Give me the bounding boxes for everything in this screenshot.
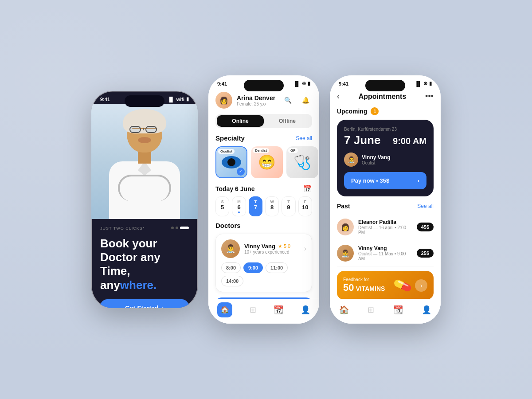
appointment-datetime: 7 June 9:00 AM <box>344 133 426 147</box>
doctor-name: Vinny Vang <box>244 243 275 250</box>
feedback-banner[interactable]: Feedback for 50 VITAMINS 💊 › <box>337 271 434 300</box>
nav-calendar[interactable]: 📆 <box>274 305 283 315</box>
nav-calendar-3[interactable]: 📆 <box>393 305 403 315</box>
status-icons-1: ▐▌ wifi ▮ <box>168 96 189 102</box>
calendar-icon[interactable]: 📅 <box>303 184 312 193</box>
specialty-title: Specialty <box>215 134 245 142</box>
wifi-icon: wifi <box>176 97 184 102</box>
notification-button[interactable]: 🔔 <box>299 94 312 107</box>
specialty-gp[interactable]: 🩺 GP <box>286 146 318 178</box>
past-label: Past <box>337 203 350 210</box>
date-row: S5 M6 T7 W8 T9 F1 <box>215 196 312 216</box>
date-thu[interactable]: T9 <box>282 196 295 216</box>
appointment-doctor-spec: Oculist <box>362 160 390 165</box>
nav-grid-3[interactable]: ⊞ <box>368 305 374 315</box>
back-button[interactable]: ‹ <box>337 92 340 101</box>
nav-grid[interactable]: ⊞ <box>250 305 256 315</box>
specialty-see-all[interactable]: See all <box>296 135 312 141</box>
online-offline-toggle[interactable]: Online Offline <box>215 114 312 128</box>
doctor-card[interactable]: 👨‍⚕️ Vinny Vang ★ 5.0 10+ years experien… <box>215 234 312 292</box>
doctors-section: Doctors 👨‍⚕️ Vinny Vang ★ 5.0 10+ years … <box>215 222 312 292</box>
pay-button[interactable]: Pay now • 35$ › <box>344 172 426 189</box>
more-button[interactable]: ••• <box>425 92 434 101</box>
page-title: Appointments <box>359 93 407 101</box>
past-item-2[interactable]: 👨‍⚕️ Vinny Vang Oculist — 11 May • 9:00 … <box>337 240 434 266</box>
status-time-2: 9:41 <box>217 81 227 86</box>
date-tue[interactable]: T7 <box>249 196 262 216</box>
time-1100[interactable]: 11:00 <box>266 262 288 273</box>
date-fri[interactable]: F10 <box>298 196 312 216</box>
nav-profile[interactable]: 👤 <box>301 305 310 315</box>
date-mon[interactable]: M6 <box>232 196 246 216</box>
oculist-check: ✓ <box>237 168 245 176</box>
date-sat[interactable]: S5 <box>215 196 229 216</box>
home-content: 👩 Arina Denver Female, 25 y.o 🔍 🔔 Online… <box>208 88 319 321</box>
doctor-info: Vinny Vang ★ 5.0 10+ years experienced <box>244 243 300 254</box>
user-info: 👩 Arina Denver Female, 25 y.o <box>215 92 275 109</box>
oculist-label: Oculist <box>218 149 235 154</box>
doctor-arrow[interactable]: › <box>304 245 306 253</box>
past-details-2: Oculist — 11 May • 9:00 AM <box>358 251 412 261</box>
notch-2 <box>244 80 284 91</box>
notch-1 <box>125 95 164 107</box>
pagination-dots <box>171 227 189 229</box>
time-800[interactable]: 8:00 <box>221 262 241 273</box>
appointment-date: 7 June <box>344 133 380 147</box>
pay-label: Pay now • 35$ <box>351 177 389 184</box>
wifi-2: ⊛ <box>302 81 306 86</box>
status-icons-2: ▐▌ ⊛ ▮ <box>293 81 310 86</box>
past-name-2: Vinny Vang <box>358 245 412 251</box>
header-icons[interactable]: 🔍 🔔 <box>281 94 312 107</box>
time-900[interactable]: 9:00 <box>243 262 263 273</box>
doctors-title: Doctors <box>215 222 241 229</box>
get-started-button[interactable]: Get Started › <box>100 299 189 308</box>
past-header: Past See all <box>337 203 434 210</box>
battery-3: ▮ <box>429 81 432 86</box>
eye-illustration <box>222 156 241 168</box>
specialty-oculist[interactable]: Oculist ✓ <box>215 146 247 178</box>
signal-2: ▐▌ <box>293 81 300 86</box>
bottom-nav-2: 🏠 ⊞ 📆 👤 <box>208 299 319 324</box>
nav-profile-3[interactable]: 👤 <box>422 305 431 315</box>
appointment-doctor: 👨‍⚕️ Vinny Vang Oculist <box>344 153 426 167</box>
past-info-1: Eleanor Padilla Dentist — 16 april • 2:0… <box>358 219 412 235</box>
specialty-header: Specialty See all <box>215 134 312 142</box>
appointments-content: ‹ Appointments ••• Upcoming 1 Berlin, Ku… <box>330 92 441 300</box>
feedback-arrow[interactable]: › <box>415 279 427 292</box>
nav-home[interactable]: 🏠 <box>217 302 232 317</box>
doctor-avatar: 👨‍⚕️ <box>221 239 240 258</box>
signal-3: ▐▌ <box>415 81 422 86</box>
search-button[interactable]: 🔍 <box>281 94 294 107</box>
page-header: ‹ Appointments ••• <box>337 92 434 101</box>
date-header: Today 6 June 📅 <box>215 184 312 193</box>
offline-option[interactable]: Offline <box>264 115 311 127</box>
appointment-time: 9:00 AM <box>393 136 426 146</box>
online-option[interactable]: Online <box>217 115 264 127</box>
main-title: Book your Doctor any Time, anywhere. <box>100 237 189 292</box>
past-price-2: 25$ <box>417 249 434 258</box>
doctor-exp: 10+ years experienced <box>244 250 300 254</box>
doctor-card-top: 👨‍⚕️ Vinny Vang ★ 5.0 10+ years experien… <box>221 239 306 258</box>
specialty-dentist[interactable]: 😁 Dentist <box>251 146 283 178</box>
status-time-3: 9:41 <box>339 81 348 86</box>
past-name-1: Eleanor Padilla <box>358 219 412 225</box>
date-wed[interactable]: W8 <box>265 196 279 216</box>
signal-icon: ▐▌ <box>168 97 175 102</box>
user-header: 👩 Arina Denver Female, 25 y.o 🔍 🔔 <box>215 92 312 109</box>
specialty-grid: Oculist ✓ 😁 Dentist 🩺 GP <box>215 146 312 178</box>
wifi-3: ⊛ <box>423 81 427 86</box>
pay-arrow: › <box>418 177 419 184</box>
upcoming-appointment-card: Berlin, Kurfürstendamm 23 7 June 9:00 AM… <box>337 120 434 196</box>
past-info-2: Vinny Vang Oculist — 11 May • 9:00 AM <box>358 245 412 261</box>
user-avatar: 👩 <box>215 92 232 109</box>
hero-image <box>91 104 198 219</box>
past-see-all[interactable]: See all <box>417 203 434 209</box>
status-icons-3: ▐▌ ⊛ ▮ <box>415 81 432 86</box>
battery-icon: ▮ <box>186 96 189 102</box>
past-details-1: Dentist — 16 april • 2:00 PM <box>358 225 412 235</box>
appointment-doctor-avatar: 👨‍⚕️ <box>344 153 358 167</box>
past-item-1[interactable]: 👩 Eleanor Padilla Dentist — 16 april • 2… <box>337 214 434 240</box>
time-1400[interactable]: 14:00 <box>221 276 243 286</box>
tagline-small: JUST TWO CLICKS* <box>100 226 145 231</box>
nav-home-3[interactable]: 🏠 <box>339 305 349 315</box>
